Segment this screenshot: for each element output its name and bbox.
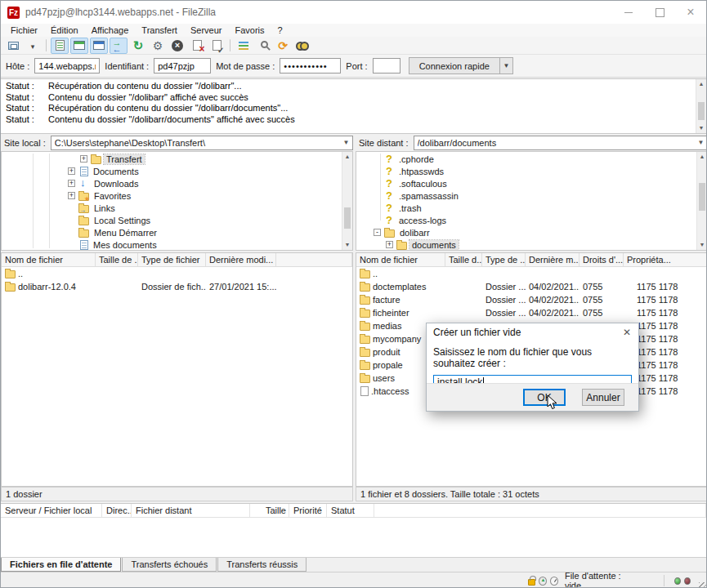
file-row[interactable]: .. <box>356 267 707 280</box>
close-button[interactable] <box>675 1 706 24</box>
menu-item[interactable]: Affichage <box>85 25 136 35</box>
file-row[interactable]: doctemplates Dossier ... 04/02/2021... 0… <box>356 280 707 293</box>
toggle-local-tree-icon[interactable] <box>70 38 88 54</box>
file-row[interactable]: ficheinter Dossier ... 04/02/2021... 075… <box>356 306 707 319</box>
queue-column-header[interactable]: Fichier distant <box>132 504 250 517</box>
scrollbar-thumb[interactable] <box>344 207 351 229</box>
toggle-remote-tree-icon[interactable] <box>90 38 108 54</box>
menu-item[interactable]: ? <box>271 25 289 35</box>
tree-item-label[interactable]: access-logs <box>396 216 449 225</box>
host-input[interactable] <box>34 58 100 74</box>
tree-item-label[interactable]: .cphorde <box>396 154 436 164</box>
toggle-queue-icon[interactable] <box>110 38 128 54</box>
column-header[interactable] <box>276 253 352 266</box>
column-header[interactable]: Type de ... <box>482 253 526 266</box>
cancel-button[interactable]: Annuler <box>582 389 624 406</box>
tree-item[interactable]: .htpasswds <box>356 165 707 177</box>
column-header[interactable]: Dernière modi... <box>206 253 276 266</box>
reconnect-icon[interactable] <box>208 38 226 54</box>
ok-button[interactable]: OK <box>523 389 566 406</box>
tree-item-label[interactable]: .spamassassin <box>396 191 461 201</box>
tree-expander-icon[interactable]: + <box>68 167 75 175</box>
menu-item[interactable]: Favoris <box>228 25 271 35</box>
tree-expander-icon[interactable]: + <box>68 192 75 199</box>
scroll-up-icon[interactable]: ▲ <box>697 152 707 162</box>
chevron-down-icon[interactable]: ▼ <box>695 139 707 146</box>
tree-item-label[interactable]: Links <box>92 203 118 213</box>
tree-item-label[interactable]: .softaculous <box>396 179 450 189</box>
tree-item-label[interactable]: Transfert <box>104 154 145 164</box>
queue-column-header[interactable]: Serveur / Fichier local <box>1 504 102 517</box>
tree-item[interactable]: + Downloads <box>2 177 352 189</box>
tree-item[interactable]: + Documents <box>2 165 352 177</box>
tree-item[interactable]: access-logs <box>356 214 707 226</box>
menu-item[interactable]: Édition <box>44 25 85 35</box>
tree-item-label[interactable]: .trash <box>396 203 424 213</box>
queue-column-header[interactable]: Direc... <box>102 504 132 517</box>
scrollbar-thumb[interactable] <box>699 183 705 211</box>
column-header[interactable]: Propriéta... <box>624 253 707 266</box>
column-header[interactable]: Taille de ... <box>96 253 138 266</box>
column-header[interactable]: Nom de fichier <box>2 253 96 266</box>
menu-item[interactable]: Fichier <box>4 25 44 35</box>
password-input[interactable] <box>280 58 341 74</box>
scroll-up-icon[interactable]: ▲ <box>696 79 706 89</box>
file-row[interactable]: dolibarr-12.0.4 Dossier de fich... 27/01… <box>2 280 352 293</box>
tree-item[interactable]: Mes documents <box>2 238 352 251</box>
dropdown-icon[interactable] <box>24 38 42 54</box>
local-path-combobox[interactable]: C:\Users\stephane\Desktop\Transfert\ ▼ <box>51 136 353 150</box>
queue-tab[interactable]: Transferts échoués <box>122 558 217 572</box>
menu-item[interactable]: Serveur <box>184 25 229 35</box>
scroll-up-icon[interactable]: ▲ <box>342 152 352 162</box>
queue-column-header[interactable]: Priorité <box>289 504 327 517</box>
toolbar-button[interactable] <box>230 39 230 51</box>
minimize-button[interactable] <box>613 1 644 24</box>
refresh-icon[interactable] <box>129 38 147 54</box>
column-header[interactable]: Taille d... <box>445 253 482 266</box>
tree-expander-icon[interactable]: - <box>374 229 381 236</box>
tree-item[interactable]: .cphorde <box>356 153 707 165</box>
filter-icon[interactable] <box>235 38 253 54</box>
remote-tree-scrollbar[interactable]: ▲ ▼ <box>696 152 707 250</box>
dialog-close-icon[interactable]: ✕ <box>615 327 638 338</box>
chevron-down-icon[interactable]: ▼ <box>340 139 352 146</box>
local-tree-scrollbar[interactable]: ▲ ▼ <box>342 152 352 250</box>
sync-icon[interactable] <box>274 38 292 54</box>
process-queue-icon[interactable] <box>149 38 167 54</box>
scroll-down-icon[interactable]: ▼ <box>696 123 706 133</box>
tree-item-label[interactable]: Mes documents <box>91 240 159 250</box>
queue-column-header[interactable] <box>374 504 706 517</box>
gauge-icon[interactable] <box>550 577 558 586</box>
column-header[interactable]: Nom de fichier <box>356 253 445 266</box>
tree-item-label[interactable]: Menu Démarrer <box>92 228 159 238</box>
column-header[interactable]: Type de fichier <box>138 253 206 266</box>
disconnect-icon[interactable] <box>188 38 206 54</box>
queue-column-header[interactable]: Taille <box>250 504 289 517</box>
tree-expander-icon[interactable]: + <box>386 241 393 248</box>
tree-item-label[interactable]: .htpasswds <box>396 167 446 176</box>
column-header[interactable]: Droits d'... <box>579 253 624 266</box>
lock-icon[interactable] <box>528 579 535 586</box>
scrollbar-thumb[interactable] <box>698 102 705 120</box>
tree-item-label[interactable]: Local Settings <box>92 216 153 225</box>
tree-item-label[interactable]: Documents <box>91 167 141 176</box>
tree-item-label[interactable]: Favorites <box>92 191 133 201</box>
scroll-down-icon[interactable]: ▼ <box>342 240 352 250</box>
file-row[interactable]: .. <box>2 267 352 280</box>
resize-grip[interactable] <box>699 582 706 588</box>
tree-item[interactable]: Local Settings <box>2 214 352 226</box>
tree-item[interactable]: .spamassassin <box>356 189 707 202</box>
queue-tab[interactable]: Transferts réussis <box>217 558 307 572</box>
quickconnect-button[interactable]: Connexion rapide <box>409 57 500 74</box>
tree-expander-icon[interactable]: + <box>80 155 87 163</box>
tree-item-label[interactable]: documents <box>409 240 459 250</box>
tree-item-label[interactable]: Downloads <box>92 179 141 189</box>
find-icon[interactable] <box>293 38 311 54</box>
tree-item[interactable]: + Favorites <box>2 189 352 202</box>
tree-item[interactable]: + documents <box>356 238 707 251</box>
username-input[interactable] <box>154 58 211 74</box>
tree-item[interactable]: Links <box>2 202 352 214</box>
tree-item[interactable]: .trash <box>356 202 707 214</box>
tree-item[interactable]: + Transfert <box>2 153 352 165</box>
compare-icon[interactable] <box>254 38 272 54</box>
